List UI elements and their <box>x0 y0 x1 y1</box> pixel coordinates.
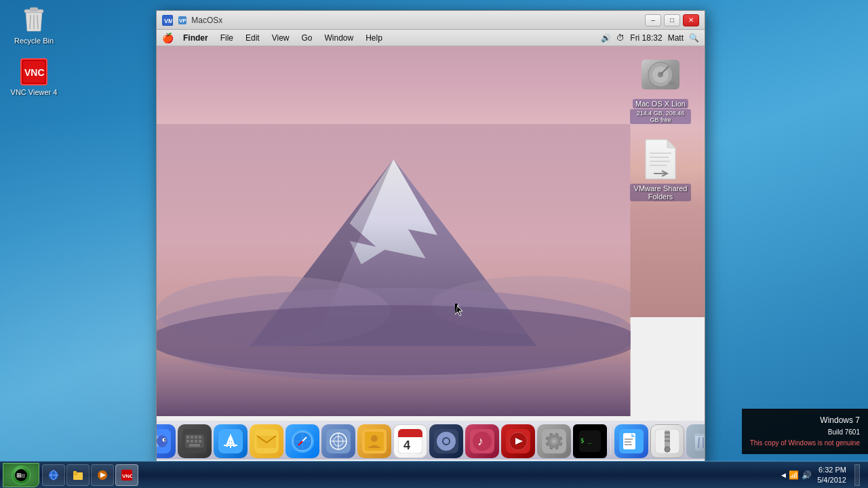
vmware-icon: VM <box>162 15 173 26</box>
dock-contacts[interactable] <box>357 424 391 458</box>
svg-rect-43 <box>191 440 193 443</box>
taskbar-vnc[interactable]: VNC <box>115 464 138 486</box>
dock-finder[interactable] <box>157 424 176 458</box>
svg-rect-41 <box>199 436 201 439</box>
dock-zip[interactable] <box>650 424 684 458</box>
file-menu[interactable]: File <box>215 32 239 44</box>
svg-point-67 <box>371 435 378 442</box>
dock-calendar[interactable]: 4 <box>393 424 427 458</box>
svg-rect-23 <box>669 81 675 85</box>
taskbar-explorer[interactable] <box>66 464 90 486</box>
vmware-controls: – □ ✕ <box>645 14 699 26</box>
svg-point-90 <box>558 446 561 449</box>
recycle-bin-label: Recycle Bin <box>14 37 54 45</box>
svg-rect-101 <box>625 441 631 443</box>
mac-user[interactable]: Matt <box>668 33 684 43</box>
help-menu[interactable]: Help <box>360 32 388 44</box>
vmware-window: VM VP MacOSx – □ ✕ 🍎 Finder File Edit <box>156 10 705 464</box>
svg-rect-46 <box>189 444 200 447</box>
zip-dock-icon <box>650 424 684 458</box>
vmware-shared-icon[interactable]: VMware Shared Folders <box>630 138 691 201</box>
svg-text:4: 4 <box>403 439 410 452</box>
svg-rect-44 <box>195 440 197 443</box>
iphoto-dock-icon <box>429 424 463 458</box>
minimize-button[interactable]: – <box>645 14 661 26</box>
svg-rect-45 <box>199 440 201 443</box>
tray-arrow[interactable]: ◀ <box>781 472 786 479</box>
vmware-titlebar[interactable]: VM VP MacOSx – □ ✕ <box>157 11 705 30</box>
svg-point-86 <box>552 448 555 451</box>
tray-clock[interactable]: 6:32 PM 5/4/2012 <box>814 465 849 485</box>
dock-mail[interactable] <box>250 424 283 458</box>
dock-terminal[interactable]: $ _ <box>573 424 607 458</box>
windows-taskbar: ⊞ <box>0 461 868 488</box>
taskbar-items: VNC <box>42 464 776 486</box>
go-menu[interactable]: Go <box>296 32 318 44</box>
svg-text:VNC: VNC <box>24 67 45 78</box>
finder-dock-icon <box>157 424 176 458</box>
svg-point-108 <box>665 447 670 452</box>
svg-text:$ _: $ _ <box>580 437 592 444</box>
tray-date-display: 5/4/2012 <box>817 475 846 485</box>
win-build-line2: Build 7601 <box>750 427 860 438</box>
volume-icon[interactable]: 🔊 <box>601 33 611 43</box>
vnc-viewer-icon[interactable]: VNC VNC Viewer 4 <box>7 58 61 96</box>
dock-preview[interactable] <box>614 424 648 458</box>
mac-desktop: Mac OS X Lion 214.4 GB, 208.46 GB free <box>157 46 705 464</box>
svg-point-91 <box>546 446 549 449</box>
dock-trash[interactable] <box>686 424 705 458</box>
close-button[interactable]: ✕ <box>683 14 699 26</box>
svg-text:⊞: ⊞ <box>16 472 22 479</box>
keyboard-dock-icon <box>178 424 212 458</box>
start-button[interactable]: ⊞ <box>3 463 39 487</box>
time-machine-icon[interactable]: ⏱ <box>616 33 625 43</box>
taskbar-media[interactable] <box>91 464 114 486</box>
dock-safari[interactable] <box>285 424 319 458</box>
svg-rect-111 <box>700 430 705 434</box>
mac-hdd-icon[interactable]: Mac OS X Lion 214.4 GB, 208.46 GB free <box>630 53 691 124</box>
itunes-dock-icon: ♪ <box>465 424 499 458</box>
win-genuine-notice: This copy of Windows is not genuine <box>750 438 860 449</box>
windows-notification: Windows 7 Build 7601 This copy of Window… <box>742 409 868 454</box>
appstore-dock-icon: A <box>214 424 248 458</box>
dock-sysprefs[interactable] <box>537 424 571 458</box>
taskbar-tray: ◀ 📶 🔊 6:32 PM 5/4/2012 <box>776 464 865 486</box>
mac-search-icon[interactable]: 🔍 <box>689 33 699 43</box>
calendar-dock-icon: 4 <box>393 424 427 458</box>
svg-rect-40 <box>195 436 197 439</box>
edit-menu[interactable]: Edit <box>240 32 265 44</box>
dvd-dock-icon <box>501 424 535 458</box>
dock-keyboard[interactable] <box>178 424 212 458</box>
svg-rect-39 <box>191 436 193 439</box>
mac-fuji-mountain <box>157 124 631 416</box>
dock-dvd[interactable] <box>501 424 535 458</box>
view-menu[interactable]: View <box>267 32 295 44</box>
tray-time-display: 6:32 PM <box>818 465 846 474</box>
svg-line-112 <box>698 437 699 448</box>
dock-iphoto[interactable] <box>429 424 463 458</box>
window-menu[interactable]: Window <box>319 32 359 44</box>
vnc-icon-box: VNC <box>20 58 47 85</box>
recycle-bin-icon[interactable]: Recycle Bin <box>7 7 61 45</box>
mac-dock: A <box>157 413 705 464</box>
tray-icons: ◀ 📶 🔊 <box>781 470 812 480</box>
mac-dock-background: A <box>157 421 705 460</box>
svg-text:VNC: VNC <box>122 473 132 479</box>
windows-desktop: Recycle Bin VNC VNC Viewer 4 <box>0 0 868 488</box>
finder-menu[interactable]: Finder <box>178 32 214 44</box>
svg-point-92 <box>558 434 561 437</box>
dock-itunes[interactable]: ♪ <box>465 424 499 458</box>
svg-rect-1 <box>30 7 38 11</box>
maximize-button[interactable]: □ <box>664 14 680 26</box>
apple-menu[interactable]: 🍎 <box>162 33 174 43</box>
dock-appstore[interactable]: A <box>214 424 248 458</box>
safari-dock-icon <box>285 424 319 458</box>
mac-menubar: 🍎 Finder File Edit View Go Window Help 🔊… <box>157 30 705 46</box>
svg-rect-42 <box>186 440 189 443</box>
show-desktop-button[interactable] <box>854 464 860 486</box>
svg-line-4 <box>37 15 38 29</box>
svg-point-35 <box>163 439 165 441</box>
dock-network[interactable] <box>321 424 355 458</box>
svg-rect-105 <box>665 432 670 434</box>
taskbar-ie[interactable] <box>42 464 65 486</box>
